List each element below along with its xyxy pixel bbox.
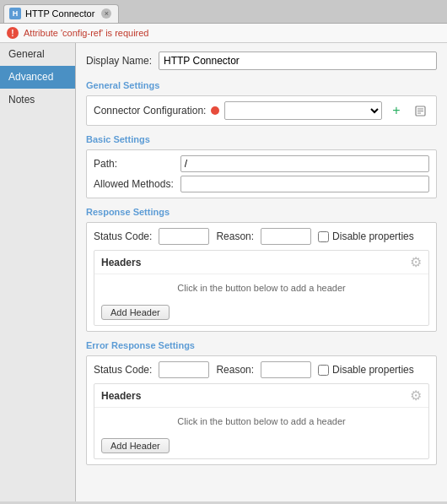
connector-config-select[interactable]: [224, 101, 382, 120]
tab-bar: H HTTP Connector ×: [0, 0, 447, 24]
response-reason-label: Reason:: [216, 230, 254, 242]
general-settings-header: General Settings: [86, 80, 437, 90]
sidebar: General Advanced Notes: [0, 43, 76, 501]
error-reason-label: Reason:: [216, 364, 254, 376]
error-banner: ! Attribute 'config-ref' is required: [0, 24, 447, 43]
response-settings-header: Response Settings: [86, 207, 437, 217]
basic-settings-header: Basic Settings: [86, 134, 437, 144]
error-disable-checkbox-label[interactable]: Disable properties: [318, 364, 414, 376]
config-error-dot: [211, 106, 219, 115]
error-status-input[interactable]: [159, 361, 209, 378]
connector-config-row: Connector Configuration: +: [94, 101, 429, 120]
error-disable-checkbox[interactable]: [318, 365, 329, 376]
response-add-header-button[interactable]: Add Header: [101, 305, 170, 320]
path-label: Path:: [94, 158, 180, 170]
response-headers-section: Headers ⚙ Click in the button below to a…: [94, 250, 429, 326]
error-headers-title-row: Headers ⚙: [94, 384, 428, 408]
response-disable-checkbox[interactable]: [318, 231, 329, 242]
error-response-settings-box: Status Code: Reason: Disable properties …: [86, 355, 437, 465]
display-name-label: Display Name:: [86, 55, 152, 67]
content-area: Display Name: General Settings Connector…: [76, 43, 447, 501]
response-headers-tools-icon: ⚙: [410, 254, 422, 270]
connector-config-label: Connector Configuration:: [94, 105, 206, 117]
sidebar-item-notes[interactable]: Notes: [0, 89, 75, 111]
add-config-button[interactable]: +: [387, 101, 406, 120]
response-status-label: Status Code:: [94, 230, 152, 242]
error-headers-empty-msg: Click in the button below to add a heade…: [94, 408, 428, 435]
response-row: Status Code: Reason: Disable properties: [94, 228, 429, 245]
error-icon: !: [7, 27, 19, 39]
main-layout: General Advanced Notes Display Name: Gen…: [0, 43, 447, 501]
response-status-input[interactable]: [159, 228, 209, 245]
response-headers-empty-msg: Click in the button below to add a heade…: [94, 274, 428, 301]
error-add-header-button[interactable]: Add Header: [101, 438, 170, 453]
response-headers-title: Headers: [101, 257, 141, 268]
allowed-methods-label: Allowed Methods:: [94, 178, 180, 190]
error-headers-title: Headers: [101, 390, 141, 402]
error-message: Attribute 'config-ref' is required: [24, 28, 149, 38]
display-name-input[interactable]: [159, 51, 437, 70]
sidebar-item-advanced[interactable]: Advanced: [0, 66, 75, 89]
error-headers-section: Headers ⚙ Click in the button below to a…: [94, 383, 429, 459]
allowed-methods-input[interactable]: [180, 176, 429, 192]
response-settings-box: Status Code: Reason: Disable properties …: [86, 222, 437, 332]
error-response-row: Status Code: Reason: Disable properties: [94, 361, 429, 378]
edit-config-button[interactable]: [411, 101, 429, 120]
path-input[interactable]: [180, 155, 429, 172]
tab-close-button[interactable]: ×: [101, 8, 111, 19]
tab-icon: H: [9, 8, 21, 19]
response-headers-title-row: Headers ⚙: [94, 251, 428, 274]
tab-title: HTTP Connector: [25, 8, 94, 19]
error-response-settings-header: Error Response Settings: [86, 340, 437, 350]
sidebar-item-general[interactable]: General: [0, 43, 75, 66]
error-reason-input[interactable]: [261, 361, 311, 378]
basic-settings-grid: Path: Allowed Methods:: [94, 155, 429, 192]
general-settings-box: Connector Configuration: +: [86, 95, 437, 126]
error-disable-label: Disable properties: [332, 364, 414, 376]
display-name-row: Display Name:: [86, 51, 437, 70]
response-disable-checkbox-label[interactable]: Disable properties: [318, 230, 414, 242]
error-headers-tools-icon: ⚙: [410, 387, 422, 404]
response-reason-input[interactable]: [261, 228, 311, 245]
http-connector-tab[interactable]: H HTTP Connector ×: [3, 4, 119, 23]
basic-settings-box: Path: Allowed Methods:: [86, 149, 437, 198]
error-status-label: Status Code:: [94, 364, 152, 376]
response-disable-label: Disable properties: [332, 230, 414, 242]
